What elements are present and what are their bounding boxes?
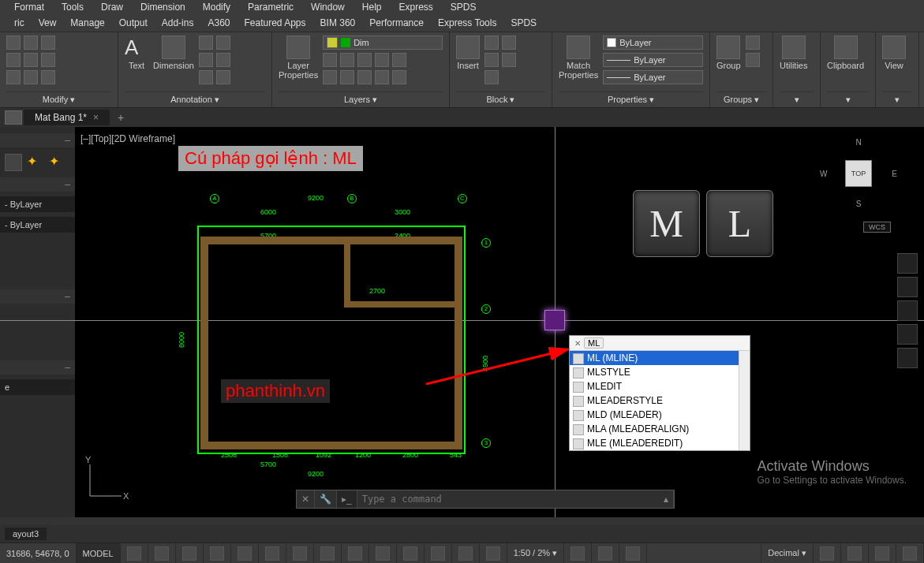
autocomplete-item[interactable]: MLEDIT bbox=[570, 379, 750, 393]
viewcube-w[interactable]: W bbox=[820, 170, 827, 178]
panel-layers-label[interactable]: Layers ▾ bbox=[279, 91, 443, 107]
panel-modify-label[interactable]: Modify ▾ bbox=[6, 91, 111, 107]
layer-properties-button[interactable]: Layer Properties bbox=[279, 35, 318, 80]
block-icon[interactable] bbox=[484, 70, 499, 84]
layer-icon[interactable] bbox=[340, 70, 354, 84]
menu-help[interactable]: Help bbox=[362, 2, 382, 13]
layer-icon[interactable] bbox=[375, 70, 389, 84]
dimension-button[interactable]: Dimension bbox=[153, 35, 194, 70]
ortho-icon[interactable] bbox=[182, 546, 196, 561]
menu-express[interactable]: Express bbox=[398, 2, 432, 13]
panel-utilities-label[interactable]: ▾ bbox=[780, 91, 814, 107]
anno-icon[interactable] bbox=[199, 35, 213, 50]
autocomplete-item[interactable]: MLD (MLEADER) bbox=[570, 408, 750, 422]
ribtab-5[interactable]: A360 bbox=[208, 17, 230, 28]
insert-button[interactable]: Insert bbox=[456, 35, 480, 70]
status-coords[interactable]: 31686, 54678, 0 bbox=[0, 543, 77, 563]
ribtab-0[interactable]: ric bbox=[14, 17, 24, 28]
menu-spds[interactable]: SPDS bbox=[451, 2, 477, 13]
panel-annotation-label[interactable]: Annotation ▾ bbox=[125, 91, 265, 107]
quick-properties-icon[interactable] bbox=[431, 546, 445, 561]
palette-header[interactable]: – bbox=[0, 289, 75, 304]
cmd-history-icon[interactable]: ▴ bbox=[659, 490, 674, 508]
cmd-close-icon[interactable]: ✕ bbox=[297, 490, 315, 508]
menu-window[interactable]: Window bbox=[311, 2, 345, 13]
panel-clipboard-label[interactable]: ▾ bbox=[827, 91, 869, 107]
panel-properties-label[interactable]: Properties ▾ bbox=[559, 91, 703, 107]
palette-icon[interactable] bbox=[5, 154, 22, 171]
modify-icon[interactable] bbox=[41, 53, 55, 67]
start-tab-icon[interactable] bbox=[5, 110, 22, 125]
groups-icon[interactable] bbox=[746, 35, 760, 50]
showmotion-icon[interactable] bbox=[897, 348, 918, 368]
status-scale[interactable]: 1:50 / 2% ▾ bbox=[507, 543, 565, 563]
status-model-button[interactable]: MODEL bbox=[77, 543, 121, 563]
menu-draw[interactable]: Draw bbox=[101, 2, 123, 13]
autocomplete-item[interactable]: MLE (MLEADEREDIT) bbox=[570, 436, 750, 450]
modify-icon[interactable] bbox=[6, 53, 21, 67]
lineweight-icon[interactable] bbox=[320, 546, 335, 561]
grid-icon[interactable] bbox=[127, 546, 141, 561]
autocomplete-input[interactable]: ML bbox=[584, 337, 604, 349]
wcs-label[interactable]: WCS bbox=[863, 222, 891, 233]
orbit-icon[interactable] bbox=[897, 324, 918, 345]
panel-block-label[interactable]: Block ▾ bbox=[456, 91, 545, 107]
layout-tab[interactable]: ayout3 bbox=[5, 528, 47, 540]
layer-icon[interactable] bbox=[357, 53, 372, 67]
layer-combo[interactable]: Dim bbox=[323, 35, 443, 50]
pan-icon[interactable] bbox=[897, 277, 918, 297]
command-input[interactable] bbox=[357, 494, 659, 505]
polar-icon[interactable] bbox=[210, 546, 224, 561]
ribtab-1[interactable]: Vew bbox=[39, 17, 57, 28]
workspace-icon[interactable] bbox=[486, 546, 500, 561]
nav-wheel-icon[interactable] bbox=[897, 253, 918, 274]
modify-icon[interactable] bbox=[24, 35, 38, 50]
text-button[interactable]: AText bbox=[125, 35, 148, 70]
status-icon[interactable] bbox=[875, 546, 889, 561]
dynamic-input-icon[interactable] bbox=[403, 546, 417, 561]
status-icon[interactable] bbox=[626, 546, 640, 561]
scrollbar[interactable] bbox=[739, 351, 750, 450]
block-icon[interactable] bbox=[502, 53, 516, 67]
anno-icon[interactable] bbox=[216, 35, 230, 50]
ribtab-2[interactable]: Manage bbox=[70, 17, 104, 28]
block-icon[interactable] bbox=[484, 53, 499, 67]
drawing-tab[interactable]: Mat Bang 1* × bbox=[24, 110, 110, 125]
ribtab-7[interactable]: BIM 360 bbox=[320, 17, 356, 28]
customize-icon[interactable] bbox=[903, 546, 917, 561]
close-icon[interactable]: × bbox=[93, 112, 99, 123]
modify-icon[interactable] bbox=[41, 35, 55, 50]
menu-parametric[interactable]: Parametric bbox=[248, 2, 294, 13]
modify-icon[interactable] bbox=[6, 70, 21, 84]
transparency-icon[interactable] bbox=[348, 546, 362, 561]
layer-icon[interactable] bbox=[392, 70, 406, 84]
block-icon[interactable] bbox=[484, 35, 499, 50]
snap-icon[interactable] bbox=[155, 546, 169, 561]
add-drawing-tab[interactable]: + bbox=[111, 109, 130, 126]
status-icon[interactable] bbox=[598, 546, 612, 561]
ribtab-8[interactable]: Performance bbox=[369, 17, 424, 28]
palette-icon[interactable]: ✦ bbox=[49, 154, 66, 171]
panel-groups-label[interactable]: Groups ▾ bbox=[716, 91, 766, 107]
autocomplete-item[interactable]: MLEADERSTYLE bbox=[570, 393, 750, 408]
palette-header[interactable]: – bbox=[0, 360, 75, 375]
anno-icon[interactable] bbox=[199, 70, 213, 84]
isodraft-icon[interactable] bbox=[238, 546, 252, 561]
group-button[interactable]: Group bbox=[716, 35, 741, 70]
anno-icon[interactable] bbox=[216, 70, 230, 84]
drawing-area[interactable]: [–][Top][2D Wireframe] – ✦✦ – - ByLayer … bbox=[0, 127, 924, 517]
ribtab-10[interactable]: SPDS bbox=[511, 17, 537, 28]
palette-header[interactable]: – bbox=[0, 133, 75, 147]
panel-view-label[interactable]: ▾ bbox=[882, 91, 912, 107]
view-button[interactable]: View bbox=[882, 35, 906, 70]
command-line[interactable]: ✕ 🔧 ▸_ ▴ bbox=[296, 490, 675, 509]
clipboard-button[interactable]: Clipboard bbox=[827, 35, 864, 70]
modify-icon[interactable] bbox=[6, 35, 21, 50]
autocomplete-item[interactable]: ML (MLINE) bbox=[570, 351, 750, 365]
selection-cycling-icon[interactable] bbox=[376, 546, 390, 561]
match-properties-button[interactable]: Match Properties bbox=[559, 35, 598, 80]
osnap-icon[interactable] bbox=[265, 546, 279, 561]
annotation-monitor-icon[interactable] bbox=[458, 546, 473, 561]
block-icon[interactable] bbox=[502, 35, 516, 50]
palette-icon[interactable]: ✦ bbox=[27, 154, 44, 171]
